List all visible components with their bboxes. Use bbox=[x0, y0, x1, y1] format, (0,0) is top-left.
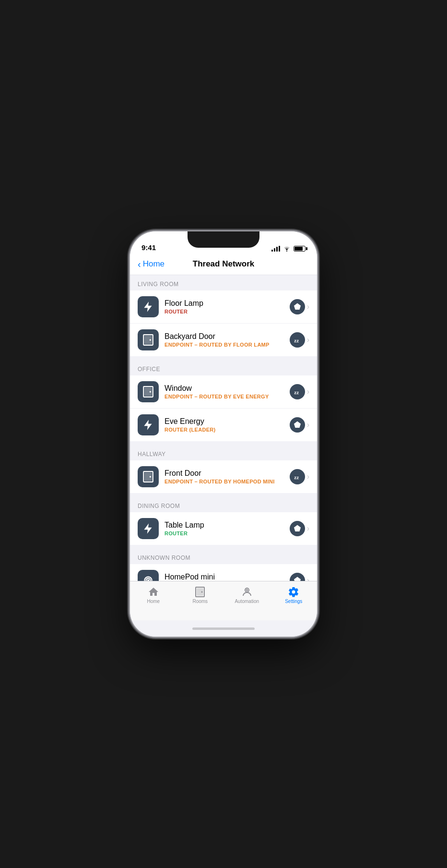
svg-text:zz: zz bbox=[294, 390, 299, 395]
svg-text:zz: zz bbox=[294, 338, 299, 343]
nav-header: ‹ Home Thread Network bbox=[130, 255, 317, 275]
pentagon-icon bbox=[293, 302, 302, 311]
chevron-right-icon: › bbox=[307, 336, 309, 344]
chevron-left-icon: ‹ bbox=[138, 259, 141, 269]
tab-automation[interactable]: Automation bbox=[224, 585, 271, 604]
node-badge-backyard-door: zz bbox=[290, 332, 305, 348]
device-right-window: zz › bbox=[290, 384, 309, 399]
tab-icon-rooms bbox=[194, 586, 206, 598]
gap-3 bbox=[130, 493, 317, 497]
status-icons bbox=[271, 246, 306, 252]
status-time: 9:41 bbox=[141, 243, 156, 252]
pentagon-icon-3 bbox=[293, 524, 302, 533]
section-header-dining-room: DINING ROOM bbox=[130, 497, 317, 512]
homepod-icon bbox=[142, 574, 154, 581]
device-name-homepod-mini: HomePod mini bbox=[165, 573, 284, 581]
section-living-room: LIVING ROOM Floor Lamp ROUTER bbox=[130, 275, 317, 356]
tab-home[interactable]: Home bbox=[130, 585, 177, 604]
svg-point-7 bbox=[150, 391, 151, 392]
tab-label-rooms: Rooms bbox=[192, 599, 208, 604]
pentagon-icon-4 bbox=[293, 576, 302, 581]
zzz-icon-2: zz bbox=[293, 387, 302, 396]
door-icon-2 bbox=[142, 386, 154, 398]
device-row-front-door[interactable]: Front Door ENDPOINT – ROUTED BY HOMEPOD … bbox=[130, 460, 317, 493]
device-right-floor-lamp: › bbox=[290, 299, 309, 314]
svg-point-0 bbox=[286, 251, 287, 252]
node-badge-table-lamp bbox=[290, 521, 305, 536]
device-name-eve-energy: Eve Energy bbox=[165, 417, 284, 426]
device-right-eve-energy: › bbox=[290, 417, 309, 433]
page-title: Thread Network bbox=[193, 259, 254, 269]
device-name-backyard-door: Backyard Door bbox=[165, 332, 284, 341]
chevron-right-icon: › bbox=[307, 576, 309, 581]
device-row-floor-lamp[interactable]: Floor Lamp ROUTER › bbox=[130, 290, 317, 324]
section-hallway: HALLWAY Front Door E bbox=[130, 445, 317, 493]
device-info-front-door: Front Door ENDPOINT – ROUTED BY HOMEPOD … bbox=[165, 469, 284, 484]
door-icon-3 bbox=[142, 470, 154, 483]
tab-label-home: Home bbox=[147, 599, 160, 604]
device-right-backyard-door: zz › bbox=[290, 332, 309, 348]
device-list-office: Window ENDPOINT – ROUTED BY EVE ENERGY z… bbox=[130, 375, 317, 441]
device-info-homepod-mini: HomePod mini ROUTER bbox=[165, 573, 284, 581]
tab-label-settings: Settings bbox=[285, 599, 302, 604]
node-badge-window: zz bbox=[290, 384, 305, 399]
bolt-icon-3 bbox=[142, 522, 154, 535]
device-info-floor-lamp: Floor Lamp ROUTER bbox=[165, 299, 284, 314]
tab-icon-automation bbox=[241, 586, 253, 598]
node-badge-eve-energy bbox=[290, 417, 305, 433]
chevron-right-icon: › bbox=[307, 421, 309, 429]
battery-icon bbox=[294, 246, 306, 252]
back-button[interactable]: ‹ Home bbox=[138, 259, 165, 269]
phone-frame: 9:41 bbox=[130, 231, 317, 637]
device-icon-homepod-mini bbox=[138, 570, 159, 581]
svg-text:zz: zz bbox=[294, 475, 299, 480]
device-row-eve-energy[interactable]: Eve Energy ROUTER (LEADER) › bbox=[130, 409, 317, 441]
gap-1 bbox=[130, 356, 317, 360]
content-scroll[interactable]: LIVING ROOM Floor Lamp ROUTER bbox=[130, 275, 317, 581]
section-header-living-room: LIVING ROOM bbox=[130, 275, 317, 290]
wifi-icon bbox=[283, 246, 291, 252]
device-name-floor-lamp: Floor Lamp bbox=[165, 299, 284, 308]
svg-point-11 bbox=[150, 476, 151, 477]
device-icon-table-lamp bbox=[138, 518, 159, 539]
gap-4 bbox=[130, 545, 317, 549]
chevron-right-icon: › bbox=[307, 472, 309, 481]
gap-2 bbox=[130, 441, 317, 445]
tab-icon-home bbox=[148, 586, 159, 598]
device-row-backyard-door[interactable]: Backyard Door ENDPOINT – ROUTED BY FLOOR… bbox=[130, 324, 317, 356]
screen: 9:41 bbox=[130, 231, 317, 637]
device-icon-front-door bbox=[138, 466, 159, 487]
device-role-floor-lamp: ROUTER bbox=[165, 309, 284, 314]
device-role-eve-energy: ROUTER (LEADER) bbox=[165, 427, 284, 433]
device-role-window: ENDPOINT – ROUTED BY EVE ENERGY bbox=[165, 394, 284, 399]
device-right-front-door: zz › bbox=[290, 469, 309, 484]
device-name-front-door: Front Door bbox=[165, 469, 284, 478]
pentagon-icon-2 bbox=[293, 421, 302, 429]
tab-rooms[interactable]: Rooms bbox=[177, 585, 224, 604]
section-dining-room: DINING ROOM Table Lamp ROUTER bbox=[130, 497, 317, 545]
node-badge-front-door: zz bbox=[290, 469, 305, 484]
section-unknown-room: UNKNOWN ROOM HomePo bbox=[130, 549, 317, 581]
device-row-homepod-mini[interactable]: HomePod mini ROUTER › bbox=[130, 564, 317, 581]
home-icon bbox=[148, 586, 159, 598]
device-icon-floor-lamp bbox=[138, 296, 159, 317]
device-row-window[interactable]: Window ENDPOINT – ROUTED BY EVE ENERGY z… bbox=[130, 375, 317, 409]
device-info-window: Window ENDPOINT – ROUTED BY EVE ENERGY bbox=[165, 384, 284, 399]
device-icon-window bbox=[138, 381, 159, 402]
device-info-eve-energy: Eve Energy ROUTER (LEADER) bbox=[165, 417, 284, 433]
node-badge-floor-lamp bbox=[290, 299, 305, 314]
tab-label-automation: Automation bbox=[235, 599, 259, 604]
back-label: Home bbox=[143, 259, 165, 269]
home-indicator bbox=[130, 620, 317, 637]
device-row-table-lamp[interactable]: Table Lamp ROUTER › bbox=[130, 512, 317, 545]
device-list-unknown-room: HomePod mini ROUTER › bbox=[130, 564, 317, 581]
device-icon-backyard-door bbox=[138, 329, 159, 350]
device-name-window: Window bbox=[165, 384, 284, 393]
node-badge-homepod-mini bbox=[290, 573, 305, 581]
section-header-office: OFFICE bbox=[130, 360, 317, 375]
device-role-front-door: ENDPOINT – ROUTED BY HOMEPOD MINI bbox=[165, 479, 284, 484]
tab-icon-settings bbox=[288, 586, 299, 598]
zzz-icon: zz bbox=[293, 336, 302, 344]
tab-settings[interactable]: Settings bbox=[271, 585, 318, 604]
tab-bar: Home Rooms bbox=[130, 581, 317, 620]
